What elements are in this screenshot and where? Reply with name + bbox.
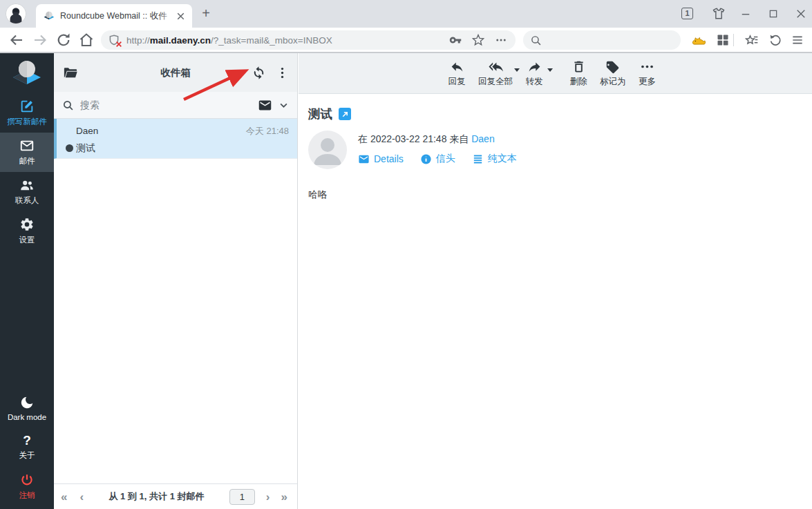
sidebar-item-compose[interactable]: 撰写新邮件 (0, 93, 54, 133)
undo-icon[interactable] (768, 33, 782, 47)
message-meta: 在 2022-03-22 21:48 来自 Daen (358, 133, 517, 146)
sidebar-item-label: 关于 (19, 450, 35, 461)
page-number-input[interactable] (229, 489, 255, 505)
bookmark-star-icon[interactable] (472, 34, 484, 46)
roundcube-favicon (44, 10, 55, 21)
browser-tab[interactable]: Roundcube Webmail :: 收件 (36, 4, 192, 28)
apps-grid-icon[interactable] (716, 33, 730, 47)
sidebar-item-label: Dark mode (8, 413, 46, 421)
refresh-icon[interactable] (251, 65, 267, 81)
new-tab-button[interactable]: + (199, 7, 213, 21)
home-icon[interactable] (78, 32, 95, 48)
compose-icon (19, 99, 35, 114)
sidebar-item-label: 撰写新邮件 (7, 117, 47, 127)
sidebar-item-label: 设置 (19, 235, 35, 245)
row-subject: 测试 (76, 142, 95, 153)
details-toggle[interactable]: Details (358, 153, 404, 165)
mail-search-input[interactable] (80, 99, 252, 111)
theme-shirt-icon[interactable] (712, 7, 726, 21)
address-bar[interactable]: http://mail.daeny.cn/?_task=mail&_mbox=I… (101, 30, 516, 50)
back-icon[interactable] (8, 32, 25, 48)
reply-all-button[interactable]: 回复全部 (478, 59, 513, 88)
maximize-icon[interactable] (766, 7, 780, 21)
moon-icon (19, 395, 35, 410)
delete-icon (572, 59, 586, 74)
sidebar-item-darkmode[interactable]: Dark mode (0, 388, 54, 428)
unread-dot[interactable] (66, 144, 73, 152)
list-header: 收件箱 (54, 53, 297, 92)
headers-link[interactable]: 信头 (420, 153, 455, 165)
forward-icon (527, 59, 542, 74)
message-toolbar: 回复 回复全部 转发 删除 标记为 更多 (299, 53, 812, 94)
message-date: 2022-03-22 21:48 (370, 133, 447, 144)
roundcube-logo[interactable] (0, 53, 54, 93)
url-text[interactable]: http://mail.daeny.cn/?_task=mail&_mbox=I… (126, 35, 439, 46)
next-page-button[interactable]: › (266, 491, 270, 503)
app-sidebar: 撰写新邮件 邮件 联系人 设置 Dark mode ? 关于 注销 (0, 53, 54, 509)
reload-icon[interactable] (55, 32, 72, 48)
search-icon (530, 35, 542, 46)
reply-all-dropdown-caret[interactable] (514, 68, 520, 72)
tab-title: Roundcube Webmail :: 收件 (60, 10, 175, 22)
settings-icon (19, 217, 35, 232)
question-icon: ? (23, 434, 31, 448)
browser-window: Roundcube Webmail :: 收件 + 1 http://mail.… (0, 0, 812, 509)
forward-button[interactable]: 转发 (522, 59, 546, 88)
sidebar-item-label: 邮件 (19, 156, 35, 166)
sidebar-item-about[interactable]: ? 关于 (0, 428, 54, 467)
sidebar-item-contacts[interactable]: 联系人 (0, 172, 54, 211)
sidebar-bottom: Dark mode ? 关于 注销 (0, 388, 54, 506)
mail-icon (19, 138, 35, 153)
list-options-kebab-icon[interactable] (276, 65, 289, 81)
search-options-chevron-icon[interactable] (278, 99, 289, 111)
info-icon (420, 153, 432, 165)
insecure-shield-icon[interactable] (108, 34, 120, 46)
search-icon (62, 99, 74, 111)
tab-close-icon[interactable] (175, 10, 187, 22)
password-key-icon[interactable] (449, 34, 462, 46)
cat-extension-icon[interactable] (691, 33, 706, 48)
forward-icon[interactable] (32, 32, 48, 48)
tab-count-badge[interactable]: 1 (681, 8, 693, 19)
pagination-summary: 从 1 到 1, 共计 1 封邮件 (109, 490, 205, 503)
delete-button[interactable]: 删除 (567, 59, 590, 88)
message-body: 哈咯 (308, 189, 801, 201)
favorites-list-icon[interactable] (745, 33, 759, 47)
browser-profile-avatar[interactable] (6, 3, 26, 24)
search-scope-envelope-icon[interactable] (258, 98, 272, 113)
list-icon (472, 153, 484, 165)
minimize-icon[interactable] (739, 7, 753, 21)
sender-avatar (308, 131, 347, 169)
message-subject: 测试 (308, 106, 332, 122)
mark-as-button[interactable]: 标记为 (600, 59, 626, 88)
more-button[interactable]: 更多 (636, 59, 659, 88)
menu-icon[interactable] (791, 33, 804, 47)
first-page-button[interactable]: « (61, 491, 67, 503)
tag-icon (605, 59, 620, 74)
message-panel: 回复 回复全部 转发 删除 标记为 更多 (299, 53, 812, 509)
open-in-new-window-icon[interactable] (339, 108, 351, 120)
browser-search-box[interactable] (523, 30, 681, 50)
sidebar-item-logout[interactable]: 注销 (0, 467, 54, 506)
prev-page-button[interactable]: ‹ (79, 491, 84, 503)
reply-button[interactable]: 回复 (445, 59, 469, 88)
reply-all-icon (489, 59, 503, 74)
list-pagination: « ‹ 从 1 到 1, 共计 1 封邮件 › » (54, 483, 297, 509)
toolbar-separator (733, 34, 734, 46)
forward-dropdown-caret[interactable] (547, 68, 553, 72)
sender-link[interactable]: Daen (471, 133, 494, 144)
sidebar-item-label: 注销 (19, 490, 35, 501)
mail-search-bar[interactable] (54, 92, 297, 119)
window-close-icon[interactable] (794, 7, 808, 21)
folders-icon[interactable] (62, 65, 78, 81)
sidebar-item-mail[interactable]: 邮件 (0, 133, 54, 172)
sidebar-item-settings[interactable]: 设置 (0, 211, 54, 251)
contacts-icon (19, 177, 35, 193)
reply-icon (450, 59, 464, 74)
message-list-row[interactable]: Daen 今天 21:48 测试 (54, 119, 297, 159)
more-actions-icon[interactable] (495, 34, 507, 46)
message-content: 测试 在 2022-03-22 21:48 来自 Daen (299, 94, 812, 201)
last-page-button[interactable]: » (281, 491, 287, 503)
envelope-icon (358, 153, 370, 165)
plaintext-link[interactable]: 纯文本 (472, 153, 517, 165)
